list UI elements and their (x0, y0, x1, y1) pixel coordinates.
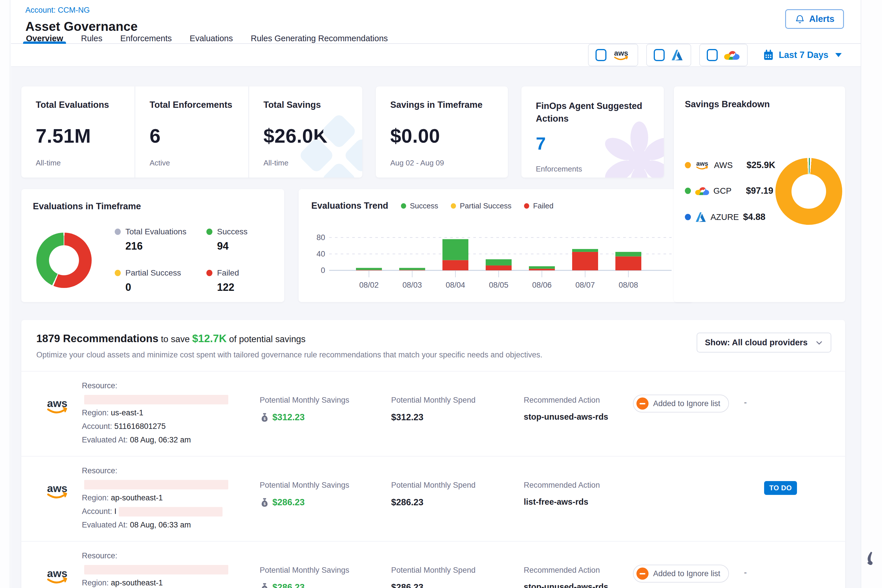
action-value: stop-unused-aws-rds (524, 582, 633, 588)
trend-legend-partial-success: Partial Success (451, 201, 512, 210)
azure-checkbox[interactable] (654, 49, 664, 61)
legend-value: 94 (217, 240, 273, 252)
alerts-button[interactable]: Alerts (785, 9, 844, 29)
legend-dot (206, 229, 212, 235)
tab-enforcements[interactable]: Enforcements (120, 34, 172, 43)
legend-label: Success (410, 201, 438, 210)
todo-badge[interactable]: TO DO (764, 481, 797, 495)
card-title: Evaluations in Timeframe (33, 201, 273, 212)
asset-governance-page: Account: CCM-NG Asset Governance Alerts … (11, 0, 861, 588)
evaluated-line: Evaluated At: 08 Aug, 06:32 am (82, 433, 260, 447)
title-join: to save (159, 334, 192, 344)
recommendations-title: 1879 Recommendations to save $12.7K of p… (36, 333, 543, 345)
table-row[interactable]: aws Resource: Region: ap-southeast-1 Acc… (21, 541, 845, 588)
tab-overview[interactable]: Overview (26, 34, 63, 43)
table-row[interactable]: aws Resource: Region: us-east-1 Account:… (21, 371, 845, 456)
dashboard-content: Total Evaluations 7.51M All-time Total E… (11, 67, 861, 588)
table-row[interactable]: aws Resource: Region: ap-southeast-1 Acc… (21, 456, 845, 541)
ignore-list-badge[interactable]: Added to Ignore list (633, 565, 729, 582)
card-title: Evaluations Trend (311, 201, 388, 211)
savings-value: $$286.23 (260, 497, 391, 508)
stat-caption: Active (150, 159, 243, 168)
potential-savings-amount: $12.7K (192, 333, 226, 345)
stat-title: Total Evaluations (36, 100, 129, 110)
action-value: stop-unused-aws-rds (524, 412, 633, 422)
extra-cell: - (744, 379, 845, 447)
resource-info-cell: Resource: Region: us-east-1 Account: 511… (82, 379, 260, 447)
action-value: list-free-aws-rds (524, 497, 633, 507)
svg-text:08/08: 08/08 (618, 281, 638, 290)
savings-value: $$286.23 (260, 582, 391, 588)
spend-value: $312.23 (391, 412, 524, 423)
tab-evaluations[interactable]: Evaluations (190, 34, 233, 43)
stat-value: 7.51M (36, 124, 129, 147)
svg-text:$: $ (264, 501, 266, 506)
timeframe-content: Total Evaluations216Success94Partial Suc… (33, 227, 273, 293)
provider-filter-gcp[interactable] (699, 44, 748, 66)
provider-name: AWS (714, 160, 743, 170)
provider-logo-cell: aws (44, 379, 82, 447)
redacted-resource (84, 480, 228, 489)
aws-logo: aws (694, 160, 710, 171)
aws-checkbox[interactable] (596, 49, 606, 61)
provider-filter-azure[interactable] (646, 44, 691, 66)
aws-logo: aws (612, 48, 631, 62)
svg-text:0: 0 (321, 266, 325, 275)
legend-value: 122 (217, 281, 273, 293)
resource-line: Resource: (82, 379, 260, 406)
azure-logo (670, 48, 684, 62)
gcp-checkbox[interactable] (707, 49, 718, 61)
region-line: Region: us-east-1 (82, 406, 260, 420)
aws-logo: aws (44, 482, 71, 500)
stat-value: $0.00 (390, 124, 502, 147)
empty-value-dash: - (744, 398, 747, 407)
stat-caption: Enforcements (536, 165, 658, 174)
account-breadcrumb[interactable]: Account: CCM-NG (26, 6, 90, 14)
provider-name: GCP (713, 186, 742, 196)
header-left: Account: CCM-NG Asset Governance (26, 6, 138, 34)
legend-dot (401, 203, 406, 208)
recommended-action-cell: Recommended Action list-free-aws-rds (524, 464, 633, 532)
tab-rules-generating-recommendations[interactable]: Rules Generating Recommendations (251, 34, 388, 43)
spend-value: $286.23 (391, 497, 524, 508)
right-rail (861, 0, 882, 588)
stat-cards-row: Total Evaluations 7.51M All-time Total E… (21, 87, 658, 177)
legend-dot (115, 270, 121, 276)
legend-dot (524, 203, 529, 208)
aws-logo: aws (44, 397, 71, 416)
column-header: Recommended Action (524, 566, 633, 575)
date-range-label: Last 7 Days (779, 50, 828, 60)
provider-filter-aws[interactable]: aws (588, 44, 638, 66)
left-rail (0, 0, 10, 588)
column-header: Potential Monthly Savings (260, 396, 391, 405)
empty-value-dash: - (744, 567, 747, 577)
ignore-list-badge[interactable]: Added to Ignore list (633, 394, 729, 412)
bell-icon (795, 14, 805, 24)
redacted-resource (84, 565, 228, 574)
provider-logo-cell: aws (44, 464, 82, 532)
evaluated-line: Evaluated At: 08 Aug, 06:33 am (82, 518, 260, 532)
resource-info-cell: Resource: Region: ap-southeast-1 Account… (82, 549, 260, 588)
legend-dot (451, 203, 456, 208)
monthly-spend-cell: Potential Monthly Spend $286.23 (391, 464, 524, 532)
recommendations-subtitle: Optimize your cloud assets and minimize … (36, 351, 543, 359)
svg-text:08/06: 08/06 (532, 281, 552, 290)
monthly-spend-cell: Potential Monthly Spend $286.23 (391, 549, 524, 588)
savings-breakdown-card: Savings Breakdown awsAWS$25.9KGCP$97.19A… (674, 87, 845, 302)
recommended-action-cell: Recommended Action stop-unused-aws-rds (524, 549, 633, 588)
chevron-down-icon (815, 339, 823, 347)
date-range-picker[interactable]: Last 7 Days (763, 49, 842, 61)
stat-title: FinOps Agent Suggested Actions (536, 100, 645, 125)
column-header: Potential Monthly Savings (260, 566, 391, 575)
page-header: Account: CCM-NG Asset Governance Alerts (11, 0, 861, 34)
extra-cell: - (744, 549, 845, 588)
moneybag-icon: $ (260, 412, 270, 422)
calendar-icon (763, 49, 774, 61)
recommendations-count: 1879 Recommendations (36, 333, 159, 345)
breakdown-item-aws: awsAWS$25.9K (685, 160, 776, 171)
evaluations-trend-card: Evaluations Trend SuccessPartial Success… (298, 189, 693, 302)
tab-rules[interactable]: Rules (81, 34, 102, 43)
account-line: Account: I (82, 505, 260, 518)
cloud-provider-filter-dropdown[interactable]: Show: All cloud providers (697, 333, 831, 352)
dropdown-label: Show: All cloud providers (705, 338, 808, 347)
